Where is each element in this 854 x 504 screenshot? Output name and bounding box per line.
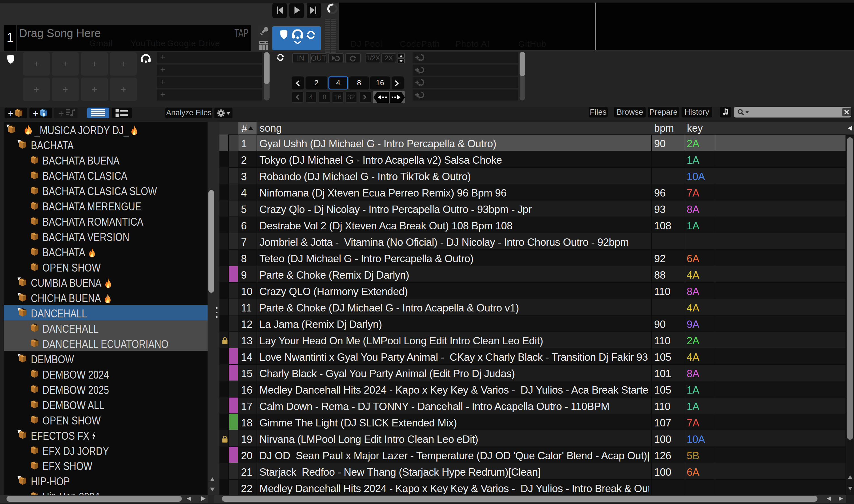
svg-text:s: s — [43, 112, 45, 116]
